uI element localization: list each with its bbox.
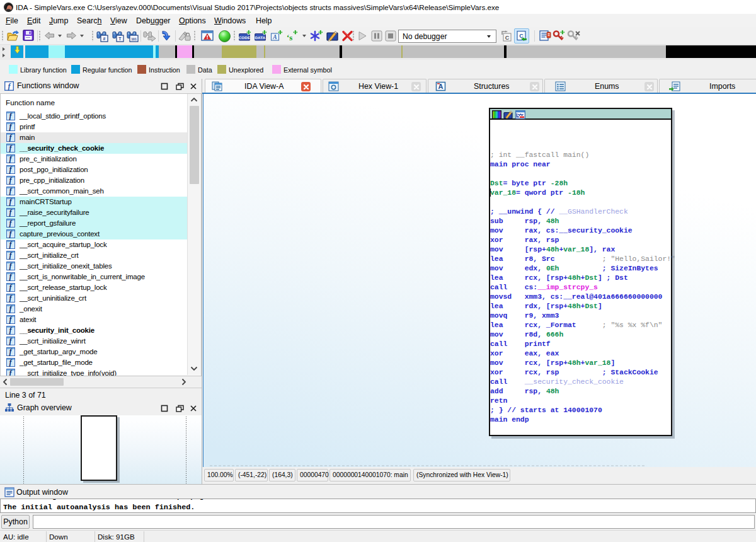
- svg-text:T: T: [118, 37, 122, 41]
- svg-text:‘s: ‘s: [287, 33, 292, 42]
- svg-text:101: 101: [131, 37, 137, 41]
- svg-text:CODE: CODE: [239, 35, 250, 40]
- svg-text:C: C: [505, 35, 510, 41]
- svg-text:C: C: [519, 33, 524, 39]
- svg-text:#: #: [103, 37, 106, 41]
- svg-text:DATA: DATA: [255, 35, 265, 40]
- svg-text:A: A: [272, 34, 277, 40]
